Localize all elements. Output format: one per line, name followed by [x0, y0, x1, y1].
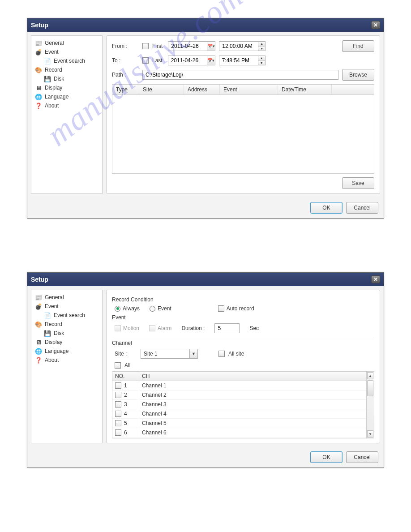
ok-button[interactable]: OK [310, 202, 342, 214]
duration-input[interactable] [214, 323, 240, 333]
channel-col-no: NO. [112, 372, 139, 381]
sidebar-item-about[interactable]: ❓About [33, 356, 100, 365]
channel-checkbox[interactable] [115, 429, 121, 436]
all-checkbox[interactable] [115, 362, 121, 369]
sidebar-item-label: Display [45, 85, 62, 91]
channel-scrollbar[interactable]: ▲ ▼ [366, 372, 374, 438]
channel-number: 1 [124, 382, 127, 389]
from-time-input[interactable] [219, 41, 258, 51]
sidebar-item-disk[interactable]: 💾Disk [33, 329, 100, 338]
first-label: First [152, 43, 163, 49]
to-date-picker-button[interactable]: 📅▾ [207, 56, 215, 65]
record-icon: 🎨 [35, 66, 42, 73]
sidebar-item-label: Event [45, 303, 59, 309]
chevron-up-icon: ▲ [368, 374, 372, 378]
event-radio[interactable] [150, 306, 155, 312]
motion-checkbox[interactable] [115, 325, 121, 331]
to-time-input[interactable] [219, 56, 258, 65]
sidebar-item-display[interactable]: 🖥Display [33, 83, 100, 92]
chevron-down-icon: ▼ [260, 47, 263, 50]
sidebar-item-disk[interactable]: 💾Disk [33, 74, 100, 83]
to-time-spin-up[interactable]: ▲ [258, 56, 265, 61]
sidebar-item-event[interactable]: 💣Event [33, 47, 100, 56]
sidebar-item-language[interactable]: 🌐Language [33, 347, 100, 356]
cancel-button[interactable]: Cancel [346, 451, 378, 463]
column-header[interactable]: Event [220, 85, 278, 94]
sidebar-item-event-search[interactable]: 📄Event search [33, 311, 100, 320]
sidebar-item-label: Record [45, 321, 62, 327]
to-date-input[interactable] [168, 56, 207, 65]
sidebar-item-about[interactable]: ❓About [33, 101, 100, 110]
sidebar-item-general[interactable]: 📰General [33, 39, 100, 47]
column-header[interactable]: Address [184, 85, 220, 94]
site-select[interactable]: Site 1 [141, 349, 190, 359]
general-icon: 📰 [35, 39, 42, 47]
channel-checkbox[interactable] [115, 382, 121, 389]
sidebar: 📰General💣Event📄Event search🎨Record💾Disk🖥… [31, 35, 103, 194]
channel-row[interactable]: 5Channel 5 [112, 419, 366, 428]
titlebar: Setup ✕ [27, 18, 384, 32]
channel-checkbox[interactable] [115, 392, 121, 398]
to-label: To : [112, 57, 139, 64]
scroll-thumb[interactable] [367, 380, 373, 396]
sidebar-item-language[interactable]: 🌐Language [33, 92, 100, 101]
chevron-up-icon: ▲ [260, 42, 263, 45]
column-header[interactable]: Type [112, 85, 139, 94]
channel-number: 5 [124, 420, 127, 426]
first-checkbox[interactable] [142, 43, 149, 49]
channel-number: 2 [124, 392, 127, 398]
channel-row[interactable]: 4Channel 4 [112, 409, 366, 419]
channel-row[interactable]: 3Channel 3 [112, 400, 366, 409]
from-date-input[interactable] [168, 41, 207, 51]
channel-checkbox[interactable] [115, 401, 121, 408]
close-button[interactable]: ✕ [371, 21, 380, 29]
path-input[interactable] [142, 70, 338, 80]
event-icon: 💣 [35, 303, 42, 310]
cancel-button[interactable]: Cancel [346, 202, 378, 214]
browse-button[interactable]: Browse [342, 69, 374, 81]
disk-icon: 💾 [44, 75, 51, 82]
record-condition-title: Record Condition [112, 296, 374, 303]
ok-button[interactable]: OK [310, 451, 342, 463]
site-dropdown-button[interactable]: ▼ [190, 349, 198, 359]
always-label: Always [123, 305, 140, 312]
find-button[interactable]: Find [342, 40, 374, 52]
alarm-checkbox[interactable] [149, 325, 155, 331]
scroll-down-button[interactable]: ▼ [367, 430, 373, 438]
save-button[interactable]: Save [342, 177, 374, 189]
sidebar-item-label: General [45, 294, 64, 300]
from-time-spin-down[interactable]: ▼ [258, 47, 265, 51]
close-button[interactable]: ✕ [371, 275, 380, 283]
channel-name: Channel 1 [139, 381, 366, 390]
sidebar-item-label: Disk [54, 76, 64, 82]
to-time-spin-down[interactable]: ▼ [258, 61, 265, 65]
column-header[interactable]: Site [139, 85, 184, 94]
sec-label: Sec [249, 325, 259, 331]
last-checkbox[interactable] [142, 57, 149, 64]
always-radio[interactable] [115, 306, 120, 312]
channel-number: 6 [124, 429, 127, 436]
sidebar-item-record[interactable]: 🎨Record [33, 320, 100, 329]
autorecord-checkbox[interactable] [218, 305, 224, 312]
channel-row[interactable]: 6Channel 6 [112, 428, 366, 438]
chevron-up-icon: ▲ [260, 56, 263, 60]
from-date-picker-button[interactable]: 📅▾ [207, 41, 215, 51]
sidebar-item-general[interactable]: 📰General [33, 293, 100, 302]
sidebar-item-event-search[interactable]: 📄Event search [33, 56, 100, 65]
event-group-title: Event [112, 314, 374, 321]
channel-row[interactable]: 2Channel 2 [112, 390, 366, 400]
sidebar-item-display[interactable]: 🖥Display [33, 338, 100, 347]
allsite-checkbox[interactable] [218, 351, 225, 357]
dialog-title: Setup [31, 21, 48, 29]
sidebar-item-label: About [45, 357, 59, 363]
scroll-up-button[interactable]: ▲ [367, 372, 373, 379]
channel-row[interactable]: 1Channel 1 [112, 381, 366, 390]
channel-checkbox[interactable] [115, 420, 121, 426]
column-header[interactable]: Date/Time [278, 85, 332, 94]
from-time-spin-up[interactable]: ▲ [258, 42, 265, 47]
channel-checkbox[interactable] [115, 411, 121, 417]
sidebar-item-record[interactable]: 🎨Record [33, 65, 100, 74]
sidebar-item-event[interactable]: 💣Event [33, 302, 100, 311]
channel-name: Channel 4 [139, 409, 366, 418]
channel-name: Channel 6 [139, 428, 366, 437]
